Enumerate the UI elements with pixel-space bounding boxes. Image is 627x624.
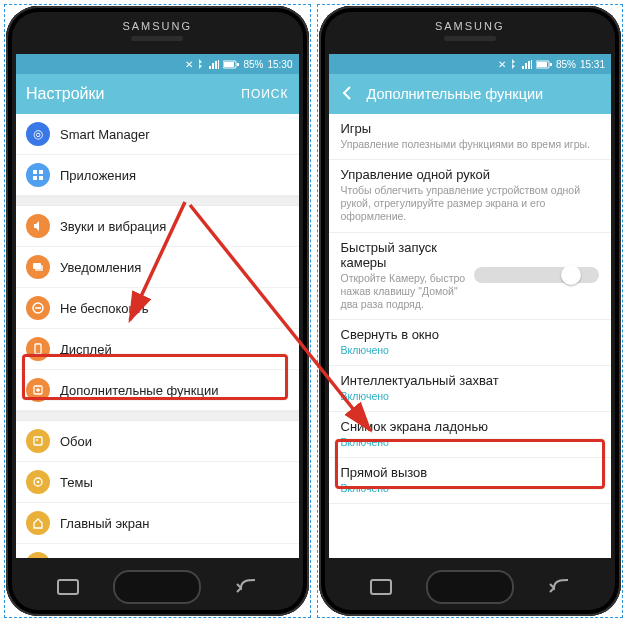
speaker [444, 36, 496, 41]
home-button[interactable] [426, 570, 514, 604]
left-phone-frame: SAMSUNG ✕ 85% 15:30 Настройк [4, 4, 311, 618]
svg-rect-4 [39, 170, 43, 174]
svg-rect-13 [34, 437, 42, 445]
screen: ✕ 85% 15:31 Дополнительные функции [329, 54, 612, 558]
row-notifications[interactable]: Уведомления [16, 247, 299, 288]
svg-rect-8 [35, 265, 43, 271]
vibrate-icon: ✕ [498, 59, 506, 70]
row-wallpaper[interactable]: Обои [16, 421, 299, 462]
settings-list[interactable]: ◎ Smart Manager Приложения Звуки и вибра… [16, 114, 299, 558]
row-subtitle: Включено [341, 344, 600, 357]
bt-icon [510, 59, 518, 69]
recent-apps-button[interactable] [57, 579, 79, 595]
back-arrow-icon[interactable] [339, 84, 357, 105]
status-time: 15:30 [267, 59, 292, 70]
status-bar: ✕ 85% 15:30 [16, 54, 299, 74]
row-home-screen[interactable]: Главный экран [16, 503, 299, 544]
recent-apps-button[interactable] [370, 579, 392, 595]
sound-icon [26, 214, 50, 238]
row-applications[interactable]: Приложения [16, 155, 299, 196]
row-subtitle: Управление полезными функциями во время … [341, 138, 600, 151]
target-icon: ◎ [26, 122, 50, 146]
row-sounds[interactable]: Звуки и вибрация [16, 206, 299, 247]
toggle-switch[interactable] [474, 267, 599, 283]
phone-body: SAMSUNG ✕ 85% 15:31 [319, 6, 622, 616]
action-bar: Дополнительные функции [329, 74, 612, 114]
row-palm-screenshot[interactable]: Снимок экрана ладонью Включено [329, 412, 612, 458]
row-games[interactable]: Игры Управление полезными функциями во в… [329, 114, 612, 160]
svg-rect-11 [35, 344, 41, 354]
row-quick-camera[interactable]: Быстрый запуск камеры Откройте Камеру, б… [329, 233, 612, 320]
svg-rect-2 [237, 63, 239, 66]
display-icon [26, 337, 50, 361]
home-icon [26, 511, 50, 535]
row-title: Прямой вызов [341, 465, 600, 480]
svg-point-16 [37, 481, 40, 484]
row-subtitle: Чтобы облегчить управление устройством о… [341, 184, 600, 223]
row-label: Обои [60, 434, 289, 449]
row-label: Звуки и вибрация [60, 219, 289, 234]
status-time: 15:31 [580, 59, 605, 70]
group-separator [16, 196, 299, 206]
home-button[interactable] [113, 570, 201, 604]
row-label: Приложения [60, 168, 289, 183]
row-dnd[interactable]: Не беспокоить [16, 288, 299, 329]
advanced-icon [26, 378, 50, 402]
svg-rect-18 [58, 580, 78, 594]
row-label: Экран блокировки и защита [60, 557, 289, 559]
svg-rect-3 [33, 170, 37, 174]
row-themes[interactable]: Темы [16, 462, 299, 503]
back-button[interactable] [235, 578, 257, 596]
row-lockscreen[interactable]: Экран блокировки и защита [16, 544, 299, 558]
row-label: Дополнительные функции [60, 383, 289, 398]
page-title: Настройки [26, 85, 231, 103]
svg-rect-10 [35, 307, 41, 309]
action-bar: Настройки ПОИСК [16, 74, 299, 114]
row-popup-window[interactable]: Свернуть в окно Включено [329, 320, 612, 366]
row-direct-call[interactable]: Прямой вызов Включено [329, 458, 612, 504]
messages-icon [26, 255, 50, 279]
row-label: Главный экран [60, 516, 289, 531]
row-subtitle: Включено [341, 482, 600, 495]
row-label: Темы [60, 475, 289, 490]
status-bar: ✕ 85% 15:31 [329, 54, 612, 74]
row-subtitle: Включено [341, 390, 600, 403]
row-one-hand[interactable]: Управление одной рукой Чтобы облегчить у… [329, 160, 612, 232]
features-list[interactable]: Игры Управление полезными функциями во в… [329, 114, 612, 558]
row-title: Снимок экрана ладонью [341, 419, 600, 434]
phone-bottom [319, 558, 622, 616]
signal-icon [209, 60, 219, 69]
brand-logo: SAMSUNG [435, 20, 505, 32]
row-smart-capture[interactable]: Интеллектуальный захват Включено [329, 366, 612, 412]
battery-icon [536, 60, 552, 69]
signal-icon [522, 60, 532, 69]
wallpaper-icon [26, 429, 50, 453]
search-button[interactable]: ПОИСК [241, 87, 288, 101]
bt-icon [197, 59, 205, 69]
brand-logo: SAMSUNG [122, 20, 192, 32]
row-smart-manager[interactable]: ◎ Smart Manager [16, 114, 299, 155]
speaker [131, 36, 183, 41]
svg-point-14 [36, 439, 38, 441]
row-label: Дисплей [60, 342, 289, 357]
group-separator [16, 411, 299, 421]
screen: ✕ 85% 15:30 Настройки ПОИСК [16, 54, 299, 558]
phone-top: SAMSUNG [6, 6, 309, 54]
row-subtitle: Включено [341, 436, 600, 449]
right-phone-frame: SAMSUNG ✕ 85% 15:31 [317, 4, 624, 618]
row-label: Уведомления [60, 260, 289, 275]
phone-body: SAMSUNG ✕ 85% 15:30 Настройк [6, 6, 309, 616]
battery-percent: 85% [556, 59, 576, 70]
row-subtitle: Откройте Камеру, быстро нажав клавишу "Д… [341, 272, 466, 311]
row-label: Smart Manager [60, 127, 289, 142]
row-title: Игры [341, 121, 600, 136]
vibrate-icon: ✕ [185, 59, 193, 70]
row-advanced-features[interactable]: Дополнительные функции [16, 370, 299, 411]
row-title: Управление одной рукой [341, 167, 600, 182]
row-display[interactable]: Дисплей [16, 329, 299, 370]
back-button[interactable] [548, 578, 570, 596]
svg-rect-6 [39, 176, 43, 180]
phone-top: SAMSUNG [319, 6, 622, 54]
battery-icon [223, 60, 239, 69]
lock-icon [26, 552, 50, 558]
